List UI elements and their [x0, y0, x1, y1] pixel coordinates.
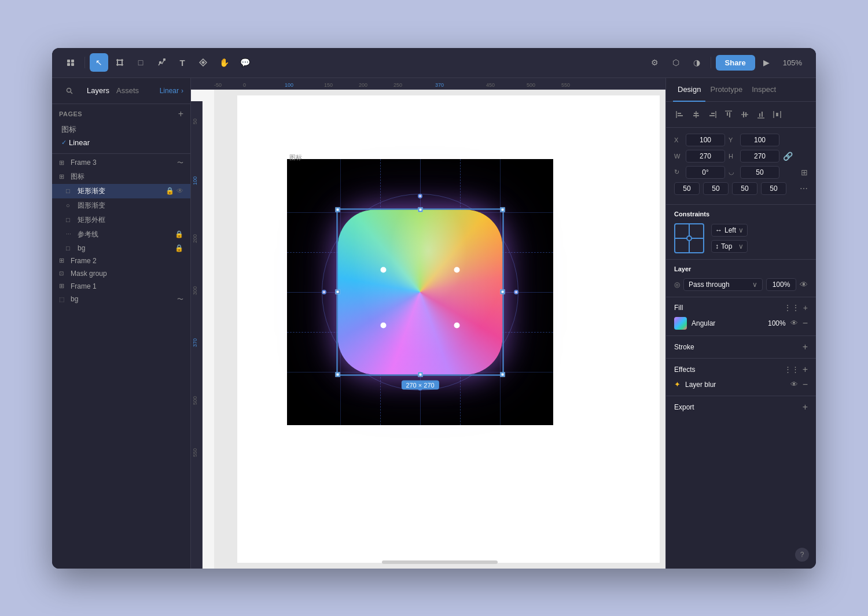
corner-tr[interactable]	[703, 182, 729, 195]
dot-handle-right[interactable]	[514, 290, 518, 294]
component-tool-button[interactable]	[194, 53, 212, 72]
page-item-linear[interactable]: Linear	[59, 137, 183, 149]
component2-tool-button[interactable]: ⚙	[646, 53, 664, 72]
fill-actions: ⋮⋮ +	[784, 303, 808, 312]
hand-tool-button[interactable]: ✋	[215, 53, 233, 72]
horizontal-scrollbar[interactable]	[382, 560, 498, 564]
plugin-tool-button[interactable]: ⬡	[667, 53, 685, 72]
align-center-h-button[interactable]	[689, 108, 703, 121]
menu-button[interactable]	[61, 53, 80, 72]
rotation-input[interactable]	[686, 166, 725, 179]
handle-tl[interactable]	[336, 207, 340, 212]
layer-mask[interactable]: ⊡ Mask group	[52, 267, 190, 280]
grad-handle-2[interactable]	[454, 267, 459, 273]
handle-tr[interactable]	[501, 207, 505, 212]
handle-bl[interactable]	[336, 372, 340, 377]
lock-icon[interactable]: 🔒	[165, 187, 174, 195]
layer-rect-grad[interactable]: □ 矩形渐变 🔒 👁	[52, 184, 190, 198]
effect-remove-button[interactable]: −	[803, 379, 808, 390]
corner-bl[interactable]	[732, 182, 757, 195]
select-tool-button[interactable]: ↖	[90, 53, 108, 72]
handle-mr[interactable]	[501, 290, 505, 294]
handle-tm[interactable]	[418, 207, 422, 212]
share-button[interactable]: Share	[716, 55, 755, 71]
svg-rect-30	[762, 112, 763, 117]
svg-rect-15	[678, 115, 683, 116]
canvas-content[interactable]: 图标	[214, 90, 665, 569]
align-left-button[interactable]	[673, 108, 687, 121]
visibility-icon[interactable]: 👁	[176, 187, 183, 195]
handle-ml[interactable]	[336, 290, 340, 294]
effects-grid-button[interactable]: ⋮⋮	[784, 365, 799, 374]
layer-frame2[interactable]: ⊞ Frame 2	[52, 254, 190, 267]
corner-tl[interactable]	[674, 182, 700, 195]
contrast-tool-button[interactable]: ◑	[687, 53, 706, 72]
x-input[interactable]	[686, 134, 725, 146]
breadcrumb: Linear ›	[160, 87, 183, 95]
pen-tool-button[interactable]	[152, 53, 171, 72]
handle-br[interactable]	[501, 372, 505, 377]
h-input[interactable]	[740, 150, 779, 163]
corner-br[interactable]	[761, 182, 786, 195]
inspect-tab[interactable]: Inspect	[747, 78, 781, 102]
dot-handle-top[interactable]	[418, 194, 422, 198]
expand-corners-button[interactable]: ⊞	[801, 168, 808, 177]
layers-tab[interactable]: Layers	[87, 85, 109, 96]
fill-add-button[interactable]: +	[803, 303, 808, 312]
prototype-tab[interactable]: Prototype	[705, 78, 747, 102]
export-add-button[interactable]: +	[803, 402, 808, 412]
effect-visibility-button[interactable]: 👁	[790, 380, 798, 389]
opacity-input[interactable]	[766, 278, 796, 291]
more-options-button[interactable]: ⋯	[800, 184, 808, 193]
fill-preview[interactable]	[674, 317, 687, 330]
effects-add-button[interactable]: +	[803, 364, 808, 375]
svg-rect-1	[71, 60, 74, 62]
play-button[interactable]: ▶	[757, 53, 776, 72]
add-page-button[interactable]: +	[178, 109, 183, 119]
x-label: X	[674, 137, 682, 143]
comment-tool-button[interactable]: 💬	[236, 53, 254, 72]
selection-box	[337, 208, 504, 375]
layer-icon-group[interactable]: ⊞ 图标	[52, 169, 190, 184]
grad-handle-1[interactable]	[381, 267, 387, 273]
layer-bg-inner[interactable]: □ bg 🔒	[52, 242, 190, 254]
stroke-add-button[interactable]: +	[803, 342, 808, 352]
layer-guides[interactable]: ⋯ 参考线 🔒	[52, 227, 190, 242]
constraint-v-icon: ↕	[715, 242, 719, 250]
page-item-icon[interactable]: 图标	[59, 123, 183, 137]
layer-visibility-button[interactable]: 👁	[800, 280, 808, 289]
fill-visibility-button[interactable]: 👁	[790, 319, 798, 327]
constraint-h-icon: ↔	[715, 226, 722, 234]
svg-rect-17	[694, 113, 698, 114]
layer-rect-outline[interactable]: □ 矩形外框	[52, 213, 190, 227]
dot-handle-left[interactable]	[322, 290, 326, 294]
w-input[interactable]	[686, 150, 725, 163]
align-bottom-button[interactable]	[754, 108, 768, 121]
layer-bg-outer[interactable]: ⬚ bg 〜	[52, 293, 190, 306]
layer-circle-grad[interactable]: ○ 圆形渐变	[52, 198, 190, 213]
fill-remove-button[interactable]: −	[803, 318, 808, 329]
corner-input[interactable]	[740, 166, 779, 179]
frame-tool-button[interactable]	[111, 53, 129, 72]
y-input[interactable]	[740, 134, 779, 146]
assets-tab[interactable]: Assets	[116, 85, 139, 96]
bg-inner-icon: □	[66, 245, 74, 252]
layer-frame1[interactable]: ⊞ Frame 1	[52, 280, 190, 293]
handle-bm[interactable]	[418, 372, 422, 377]
canvas-area[interactable]: -50 0 100 150 200 250 370 450 500 550 50…	[191, 78, 665, 569]
help-button[interactable]: ?	[795, 548, 809, 562]
lock-ratio-icon[interactable]: 🔗	[783, 152, 793, 161]
blend-mode-select[interactable]: Pass through ∨	[683, 278, 763, 291]
align-right-button[interactable]	[705, 108, 719, 121]
distribute-button[interactable]	[770, 108, 784, 121]
horizontal-constraint-select[interactable]: ↔ Left ∨	[711, 224, 748, 237]
svg-point-10	[160, 62, 161, 64]
layer-frame3[interactable]: ⊞ Frame 3 〜	[52, 156, 190, 169]
design-tab[interactable]: Design	[673, 78, 705, 102]
fill-grid-button[interactable]: ⋮⋮	[784, 303, 800, 312]
shape-tool-button[interactable]: □	[131, 53, 150, 72]
align-top-button[interactable]	[722, 108, 735, 121]
align-middle-v-button[interactable]	[738, 108, 752, 121]
vertical-constraint-select[interactable]: ↕ Top ∨	[711, 240, 748, 253]
text-tool-button[interactable]: T	[173, 53, 192, 72]
